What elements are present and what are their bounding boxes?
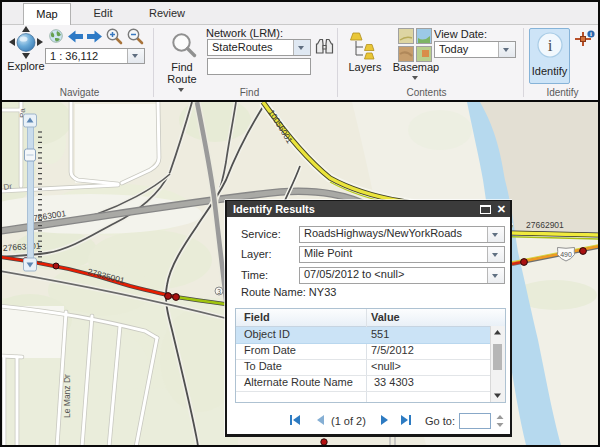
svg-text:Le Manz Dr: Le Manz Dr (62, 374, 72, 418)
svg-text:27662901: 27662901 (526, 220, 564, 230)
svg-text:490: 490 (560, 251, 572, 258)
svg-text:i: i (548, 36, 553, 55)
svg-text:i: i (590, 30, 592, 37)
svg-text:3: 3 (217, 288, 221, 295)
